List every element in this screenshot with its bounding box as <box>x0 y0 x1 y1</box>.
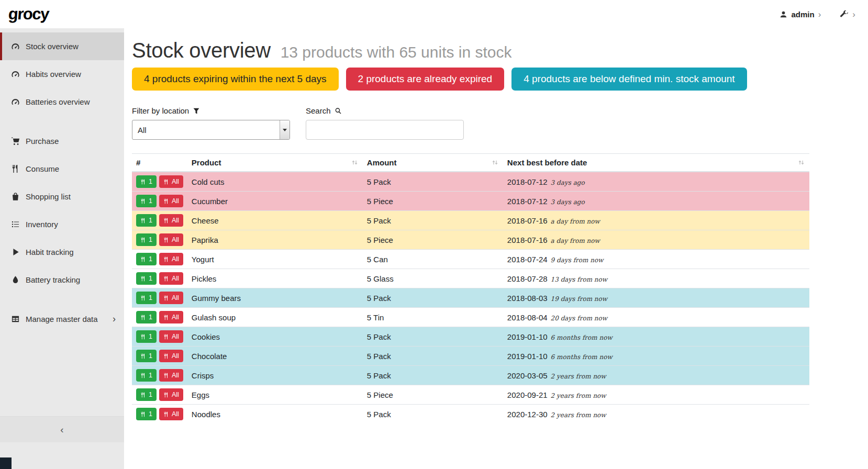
table-row: 1AllPaprika5 Piece2018-07-16a day from n… <box>132 230 809 250</box>
product-name: Gummy bears <box>187 288 363 308</box>
sidebar-item-battery-tracking[interactable]: Battery tracking <box>0 266 124 294</box>
consume-one-button[interactable]: 1 <box>136 388 157 401</box>
consume-all-button-label: All <box>172 217 179 224</box>
sidebar-item-habits-overview[interactable]: Habits overview <box>0 60 124 88</box>
best-before-date: 2018-07-24 <box>507 255 548 264</box>
product-amount: 5 Pack <box>363 347 503 366</box>
utensils-icon <box>140 411 146 417</box>
consume-all-button[interactable]: All <box>159 272 183 285</box>
table-row: 1AllCold cuts5 Pack2018-07-123 days ago <box>132 172 809 192</box>
alert-warning-button[interactable]: 4 products expiring within the next 5 da… <box>132 68 339 91</box>
consume-one-button-label: 1 <box>149 294 152 302</box>
consume-one-button-label: 1 <box>149 255 152 263</box>
consume-all-button-label: All <box>172 255 179 263</box>
sidebar-item-purchase[interactable]: Purchase <box>0 127 124 155</box>
consume-one-button[interactable]: 1 <box>136 175 157 188</box>
consume-all-button[interactable]: All <box>159 350 183 362</box>
consume-one-button[interactable]: 1 <box>136 214 157 227</box>
utensils-icon <box>140 295 146 301</box>
table-row: 1AllPickles5 Glass2018-07-2813 days from… <box>132 269 809 288</box>
sidebar-item-batteries-overview[interactable]: Batteries overview <box>0 88 124 116</box>
sidebar-item-label: Stock overview <box>26 42 79 51</box>
sort-icon <box>491 159 499 166</box>
utensils-icon <box>163 237 169 243</box>
consume-all-button[interactable]: All <box>159 214 183 227</box>
settings-menu[interactable]: › <box>840 10 855 19</box>
consume-one-button[interactable]: 1 <box>136 408 157 420</box>
alert-info-button[interactable]: 4 products are below defined min. stock … <box>511 68 747 91</box>
consume-all-button-label: All <box>172 275 179 282</box>
product-name: Cucumber <box>187 192 363 211</box>
consume-all-button[interactable]: All <box>159 311 183 323</box>
column-label: # <box>136 158 140 167</box>
sidebar-item-label: Inventory <box>26 220 58 229</box>
sidebar-item-habit-tracking[interactable]: Habit tracking <box>0 238 124 266</box>
product-amount: 5 Pack <box>363 211 503 230</box>
app-logo[interactable]: grocy <box>8 5 49 24</box>
consume-one-button[interactable]: 1 <box>136 330 157 343</box>
consume-all-button[interactable]: All <box>159 330 183 343</box>
product-name: Gulash soup <box>187 308 363 327</box>
consume-all-button[interactable]: All <box>159 292 183 304</box>
column-header-index: # <box>132 154 187 172</box>
consume-one-button[interactable]: 1 <box>136 350 157 362</box>
table-row: 1AllCheese5 Pack2018-07-16a day from now <box>132 211 809 230</box>
consume-all-button-label: All <box>172 314 179 321</box>
stock-table-head: #ProductAmountNext best before date <box>132 154 809 172</box>
sidebar-item-label: Manage master data <box>26 315 98 323</box>
consume-one-button[interactable]: 1 <box>136 253 157 265</box>
alert-danger-button[interactable]: 2 products are already expired <box>346 68 505 91</box>
product-name: Crisps <box>187 366 363 385</box>
utensils-icon <box>140 179 146 185</box>
sidebar-item-inventory[interactable]: Inventory <box>0 210 124 238</box>
product-amount: 5 Pack <box>363 288 503 308</box>
consume-all-button-label: All <box>172 333 179 340</box>
consume-one-button[interactable]: 1 <box>136 292 157 304</box>
table-row: 1AllGulash soup5 Tin2018-08-0420 days fr… <box>132 308 809 327</box>
best-before-date: 2018-07-16 <box>507 216 548 225</box>
column-label: Next best before date <box>507 158 587 167</box>
product-name: Chocolate <box>187 347 363 366</box>
consume-all-button-label: All <box>172 352 179 360</box>
sidebar-item-stock-overview[interactable]: Stock overview <box>0 32 124 60</box>
consume-all-button[interactable]: All <box>159 175 183 188</box>
consume-one-button[interactable]: 1 <box>136 369 157 382</box>
consume-all-button[interactable]: All <box>159 195 183 207</box>
sidebar-item-manage-master-data[interactable]: Manage master data› <box>0 305 124 333</box>
sort-icon <box>351 159 359 166</box>
utensils-icon <box>163 411 169 417</box>
product-name: Pickles <box>187 269 363 288</box>
chevron-right-icon: › <box>852 10 855 19</box>
sidebar-item-consume[interactable]: Consume <box>0 155 124 183</box>
gauge-icon <box>11 42 20 51</box>
sidebar-collapse-button[interactable]: ‹ <box>0 416 124 442</box>
product-amount: 5 Pack <box>363 366 503 385</box>
column-header-next-best-before-date[interactable]: Next best before date <box>503 154 809 172</box>
sidebar-item-label: Purchase <box>26 137 59 146</box>
utensils-icon <box>163 315 169 320</box>
consume-one-button[interactable]: 1 <box>136 195 157 207</box>
column-header-product[interactable]: Product <box>187 154 363 172</box>
consume-all-button[interactable]: All <box>159 408 183 420</box>
search-icon <box>335 107 342 115</box>
search-input[interactable] <box>306 120 464 140</box>
page-subtitle: 13 products with 65 units in stock <box>281 43 512 61</box>
sidebar-item-shopping-list[interactable]: Shopping list <box>0 183 124 210</box>
date-relative-note: 20 days from now <box>551 315 608 322</box>
consume-all-button[interactable]: All <box>159 388 183 401</box>
consume-one-button[interactable]: 1 <box>136 272 157 285</box>
consume-one-button[interactable]: 1 <box>136 311 157 323</box>
date-relative-note: 6 months from now <box>551 334 613 341</box>
consume-one-button-label: 1 <box>149 178 152 185</box>
column-header-amount[interactable]: Amount <box>363 154 503 172</box>
consume-all-button[interactable]: All <box>159 253 183 265</box>
chevron-left-icon: ‹ <box>60 424 63 436</box>
consume-all-button[interactable]: All <box>159 369 183 382</box>
consume-all-button[interactable]: All <box>159 233 183 246</box>
location-select[interactable]: All <box>132 120 290 140</box>
table-row: 1AllYogurt5 Can2018-07-249 days from now <box>132 250 809 269</box>
consume-one-button[interactable]: 1 <box>136 233 157 246</box>
utensils-icon <box>140 315 146 320</box>
date-relative-note: 2 years from now <box>551 411 606 419</box>
user-menu[interactable]: admin › <box>780 10 821 19</box>
